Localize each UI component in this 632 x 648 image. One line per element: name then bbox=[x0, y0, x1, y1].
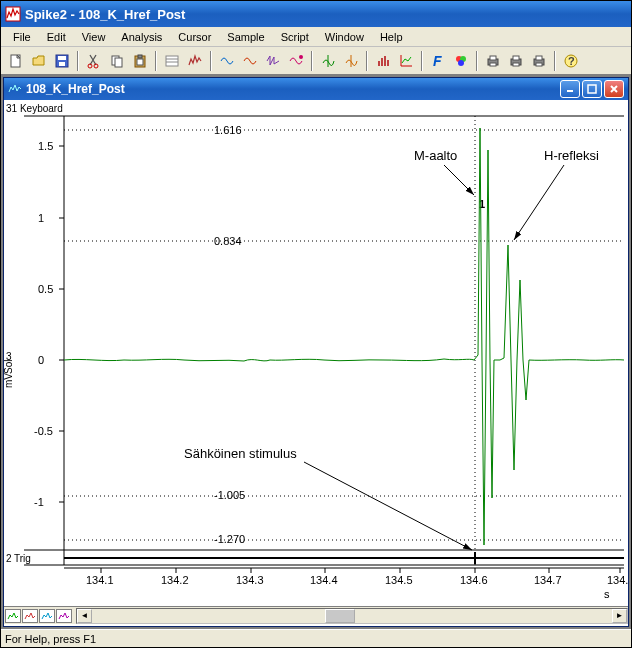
histogram-button[interactable] bbox=[372, 50, 394, 72]
color-button[interactable] bbox=[450, 50, 472, 72]
print-button-2[interactable] bbox=[505, 50, 527, 72]
paste-button[interactable] bbox=[129, 50, 151, 72]
svg-rect-20 bbox=[384, 56, 386, 66]
window-titlebar: Spike2 - 108_K_Href_Post bbox=[1, 1, 631, 27]
window-title: Spike2 - 108_K_Href_Post bbox=[25, 7, 185, 22]
svg-text:s: s bbox=[604, 588, 610, 600]
svg-rect-29 bbox=[490, 56, 496, 60]
svg-text:134.2: 134.2 bbox=[161, 574, 189, 586]
channel-3-name: Sol bbox=[4, 360, 14, 374]
xy-button[interactable] bbox=[395, 50, 417, 72]
toolbar: F ? bbox=[1, 47, 631, 75]
svg-rect-8 bbox=[115, 58, 122, 67]
help-button[interactable]: ? bbox=[560, 50, 582, 72]
open-file-button[interactable] bbox=[28, 50, 50, 72]
svg-rect-4 bbox=[59, 62, 65, 66]
svg-rect-19 bbox=[381, 58, 383, 66]
bottom-panel: ◄ ► bbox=[4, 606, 628, 624]
svg-rect-10 bbox=[138, 55, 142, 58]
statusbar-text: For Help, press F1 bbox=[5, 633, 96, 645]
menu-file[interactable]: File bbox=[5, 29, 39, 45]
svg-text:-1.005: -1.005 bbox=[214, 489, 245, 501]
child-window: 108_K_Href_Post 31 Keyboard 3 Sol bbox=[3, 77, 629, 627]
child-window-title: 108_K_Href_Post bbox=[26, 82, 125, 96]
svg-text:134.3: 134.3 bbox=[236, 574, 264, 586]
menu-cursor[interactable]: Cursor bbox=[170, 29, 219, 45]
cursor-button-2[interactable] bbox=[340, 50, 362, 72]
scroll-left-button[interactable]: ◄ bbox=[77, 609, 92, 623]
svg-text:1.616: 1.616 bbox=[214, 124, 242, 136]
menubar: File Edit View Analysis Cursor Sample Sc… bbox=[1, 27, 631, 47]
y-gridlines: 1.616 0.834 -1.005 -1.270 bbox=[64, 124, 624, 545]
maximize-button[interactable] bbox=[582, 80, 602, 98]
svg-rect-11 bbox=[137, 59, 143, 65]
app-icon bbox=[5, 6, 21, 22]
annotation-h-reflex: H-refleksi bbox=[544, 148, 599, 163]
channel-2-label: 2 bbox=[6, 553, 12, 564]
copy-button[interactable] bbox=[106, 50, 128, 72]
chart-area[interactable]: 31 Keyboard 3 Sol mV 2 Trig 1.5 1 bbox=[4, 100, 628, 606]
channel-3-unit: mV bbox=[4, 373, 14, 388]
menu-window[interactable]: Window bbox=[317, 29, 372, 45]
cursor-button-1[interactable] bbox=[317, 50, 339, 72]
save-button[interactable] bbox=[51, 50, 73, 72]
view-tab-2[interactable] bbox=[22, 609, 38, 623]
scroll-thumb[interactable] bbox=[325, 609, 355, 623]
svg-text:1: 1 bbox=[38, 212, 44, 224]
svg-text:134.6: 134.6 bbox=[460, 574, 488, 586]
svg-line-84 bbox=[514, 165, 564, 240]
sample-config-button[interactable] bbox=[161, 50, 183, 72]
horizontal-scrollbar[interactable]: ◄ ► bbox=[76, 608, 628, 624]
print-button-1[interactable] bbox=[482, 50, 504, 72]
svg-rect-21 bbox=[387, 60, 389, 66]
channel-31-label: 31 Keyboard bbox=[6, 103, 63, 114]
wave-button-3[interactable] bbox=[262, 50, 284, 72]
cut-button[interactable] bbox=[83, 50, 105, 72]
waveform-plot[interactable]: 31 Keyboard 3 Sol mV 2 Trig 1.5 1 bbox=[4, 100, 628, 606]
new-file-button[interactable] bbox=[5, 50, 27, 72]
svg-point-27 bbox=[458, 60, 464, 66]
svg-rect-3 bbox=[58, 56, 66, 60]
channel-2-name: Trig bbox=[14, 553, 31, 564]
wave-button-1[interactable] bbox=[216, 50, 238, 72]
svg-rect-12 bbox=[166, 56, 178, 66]
scroll-right-button[interactable]: ► bbox=[612, 609, 627, 623]
svg-text:1.5: 1.5 bbox=[38, 140, 53, 152]
svg-text:0.5: 0.5 bbox=[38, 283, 53, 295]
svg-text:134.5: 134.5 bbox=[385, 574, 413, 586]
svg-text:-1.270: -1.270 bbox=[214, 533, 245, 545]
minimize-button[interactable] bbox=[560, 80, 580, 98]
mdi-area: 108_K_Href_Post 31 Keyboard 3 Sol bbox=[1, 75, 631, 629]
svg-text:-1: -1 bbox=[34, 496, 44, 508]
annotation-stimulus: Sähköinen stimulus bbox=[184, 446, 297, 461]
view-tab-1[interactable] bbox=[5, 609, 21, 623]
menu-analysis[interactable]: Analysis bbox=[113, 29, 170, 45]
wave-button-4[interactable] bbox=[285, 50, 307, 72]
svg-rect-18 bbox=[378, 61, 380, 66]
cursor-label: 1 bbox=[479, 198, 485, 210]
svg-text:0.834: 0.834 bbox=[214, 235, 242, 247]
y-axis: 1.5 1 0.5 0 -0.5 -1 bbox=[34, 140, 64, 508]
wave-button-2[interactable] bbox=[239, 50, 261, 72]
menu-view[interactable]: View bbox=[74, 29, 114, 45]
svg-text:-0.5: -0.5 bbox=[34, 425, 53, 437]
child-titlebar: 108_K_Href_Post bbox=[4, 78, 628, 100]
annotation-m-wave: M-aalto bbox=[414, 148, 457, 163]
view-tab-3[interactable] bbox=[39, 609, 55, 623]
menu-script[interactable]: Script bbox=[273, 29, 317, 45]
sample-bar-button[interactable] bbox=[184, 50, 206, 72]
font-button[interactable]: F bbox=[427, 50, 449, 72]
svg-text:134.8: 134.8 bbox=[607, 574, 628, 586]
menu-sample[interactable]: Sample bbox=[219, 29, 272, 45]
print-button-3[interactable] bbox=[528, 50, 550, 72]
view-tab-4[interactable] bbox=[56, 609, 72, 623]
close-button[interactable] bbox=[604, 80, 624, 98]
svg-line-85 bbox=[304, 462, 472, 550]
menu-help[interactable]: Help bbox=[372, 29, 411, 45]
child-window-icon bbox=[8, 82, 22, 96]
svg-rect-35 bbox=[536, 56, 542, 60]
menu-edit[interactable]: Edit bbox=[39, 29, 74, 45]
svg-text:134.4: 134.4 bbox=[310, 574, 338, 586]
svg-rect-33 bbox=[513, 63, 519, 66]
svg-text:134.7: 134.7 bbox=[534, 574, 562, 586]
